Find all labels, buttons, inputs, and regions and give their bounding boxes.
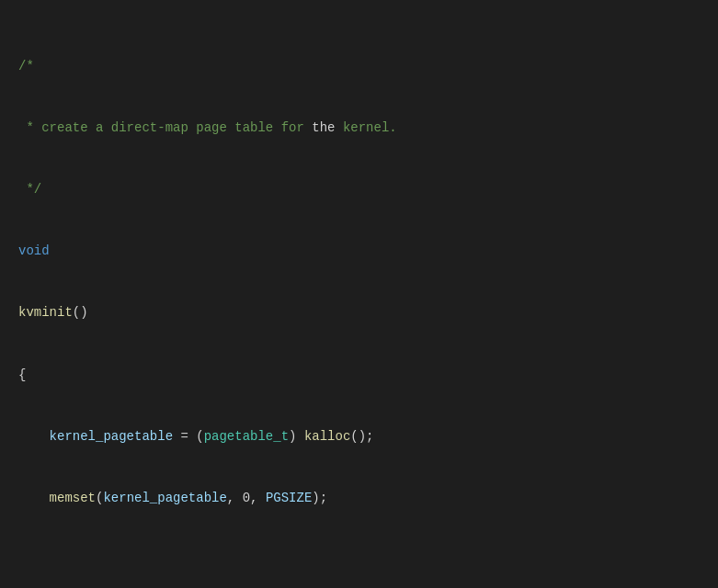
- code-container: /* * create a direct-map page table for …: [18, 15, 700, 588]
- line-7: kernel_pagetable = (pagetable_t) kalloc(…: [18, 426, 700, 447]
- line-2: * create a direct-map page table for the…: [18, 118, 700, 138]
- line-6: {: [18, 365, 700, 385]
- line-5: kvminit(): [18, 302, 700, 322]
- line-9: [18, 549, 700, 570]
- line-8: memset(kernel_pagetable, 0, PGSIZE);: [18, 488, 700, 508]
- line-1: /*: [18, 56, 700, 76]
- line-3: */: [18, 179, 700, 199]
- line-4: void: [18, 241, 700, 261]
